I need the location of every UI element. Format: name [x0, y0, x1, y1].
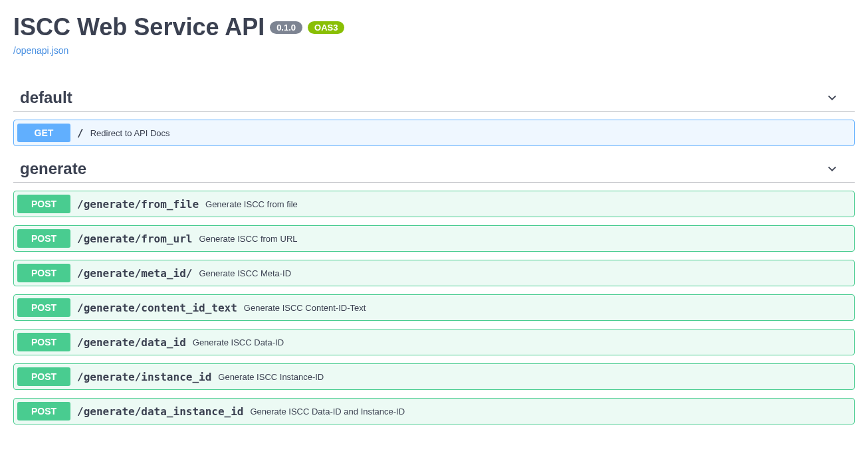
operation-path: /generate/content_id_text — [77, 302, 237, 314]
method-badge: POST — [17, 195, 70, 213]
operation-description: Generate ISCC from URL — [199, 234, 851, 244]
operation-row[interactable]: GET / Redirect to API Docs — [13, 120, 855, 146]
method-badge: POST — [17, 264, 70, 282]
operation-description: Generate ISCC Meta-ID — [199, 268, 851, 278]
operation-row[interactable]: POST /generate/meta_id/ Generate ISCC Me… — [13, 260, 855, 286]
method-badge: POST — [17, 333, 70, 351]
method-badge: POST — [17, 298, 70, 317]
operation-description: Generate ISCC from file — [205, 199, 851, 209]
method-badge: POST — [17, 367, 70, 386]
tag-name: default — [20, 88, 72, 107]
version-badge: 0.1.0 — [270, 21, 302, 34]
operation-description: Generate ISCC Data-ID and Instance-ID — [250, 407, 851, 417]
tag-name: generate — [20, 159, 86, 178]
operation-description: Generate ISCC Instance-ID — [218, 372, 851, 382]
tag-section-generate: generate POST /generate/from_file Genera… — [13, 154, 855, 424]
operation-row[interactable]: POST /generate/instance_id Generate ISCC… — [13, 363, 855, 390]
operation-row[interactable]: POST /generate/content_id_text Generate … — [13, 294, 855, 321]
tag-header-default[interactable]: default — [13, 83, 855, 112]
oas-badge: OAS3 — [308, 21, 344, 34]
chevron-down-icon — [825, 91, 839, 104]
operation-path: / — [77, 127, 84, 140]
operation-description: Redirect to API Docs — [90, 128, 851, 138]
method-badge: GET — [17, 124, 70, 142]
operation-row[interactable]: POST /generate/data_instance_id Generate… — [13, 398, 855, 424]
operation-path: /generate/from_file — [77, 198, 199, 211]
operation-path: /generate/data_instance_id — [77, 405, 243, 418]
tag-section-default: default GET / Redirect to API Docs — [13, 83, 855, 146]
api-title: ISCC Web Service API — [13, 13, 265, 41]
operation-description: Generate ISCC Content-ID-Text — [244, 303, 851, 313]
operation-path: /generate/meta_id/ — [77, 267, 192, 280]
operation-row[interactable]: POST /generate/data_id Generate ISCC Dat… — [13, 329, 855, 355]
operation-row[interactable]: POST /generate/from_url Generate ISCC fr… — [13, 225, 855, 252]
operation-description: Generate ISCC Data-ID — [193, 337, 851, 347]
operation-row[interactable]: POST /generate/from_file Generate ISCC f… — [13, 191, 855, 217]
tag-header-generate[interactable]: generate — [13, 154, 855, 183]
operation-path: /generate/from_url — [77, 233, 192, 245]
operation-path: /generate/instance_id — [77, 371, 211, 383]
api-header: ISCC Web Service API 0.1.0 OAS3 /openapi… — [13, 13, 855, 56]
spec-link[interactable]: /openapi.json — [13, 45, 68, 56]
chevron-down-icon — [825, 162, 839, 175]
method-badge: POST — [17, 402, 70, 420]
operation-path: /generate/data_id — [77, 336, 186, 349]
method-badge: POST — [17, 229, 70, 248]
